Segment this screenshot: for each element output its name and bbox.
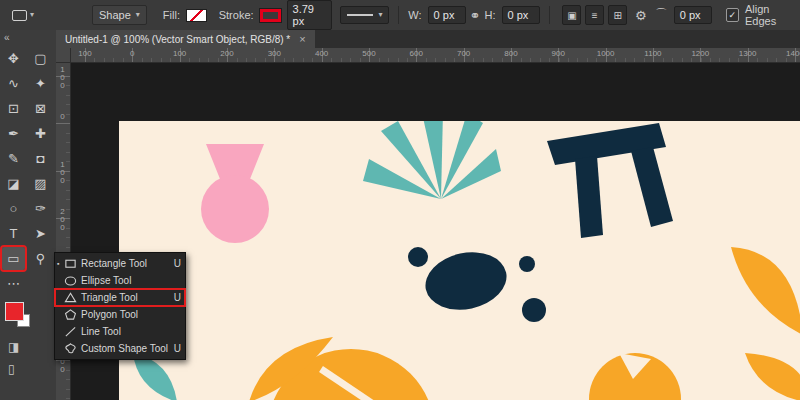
h-ruler-label: 1300	[731, 49, 765, 58]
h-ruler-label: 200	[210, 49, 244, 58]
h-ruler-label: 700	[447, 49, 481, 58]
separator	[398, 6, 399, 24]
clone-stamp-tool-icon[interactable]: ◘	[29, 147, 52, 170]
h-ruler-label: 1200	[683, 49, 717, 58]
gradient-tool-icon[interactable]: ▨	[29, 172, 52, 195]
shape-tool-icon[interactable]: ▭	[2, 247, 25, 270]
v-ruler-label: 0	[58, 112, 67, 120]
blur-tool-icon[interactable]: ○	[2, 197, 25, 220]
h-ruler-label: 300	[257, 49, 291, 58]
document-tab[interactable]: Untitled-1 @ 100% (Vector Smart Object, …	[56, 30, 315, 48]
zoom-tool-icon[interactable]: ⚲	[29, 247, 52, 270]
triangle-icon	[64, 291, 81, 304]
custom-shape-icon	[64, 342, 81, 355]
h-ruler-label: 900	[541, 49, 575, 58]
menu-item-rectangle-tool[interactable]: ▪Rectangle ToolU	[55, 255, 185, 272]
healing-brush-tool-icon[interactable]: ✚	[29, 122, 52, 145]
move-tool-icon[interactable]: ✥	[2, 47, 25, 70]
fill-swatch[interactable]	[186, 9, 207, 22]
rectangle-icon	[64, 257, 81, 270]
eyedropper-tool-icon[interactable]: ✒	[2, 122, 25, 145]
chevron-down-icon: ▾	[136, 11, 140, 19]
polygon-icon	[64, 308, 81, 321]
menu-item-polygon-tool[interactable]: Polygon Tool	[55, 306, 185, 323]
quick-mask-icon[interactable]: ◨	[8, 340, 19, 354]
canvas-artboard[interactable]	[119, 121, 800, 400]
menu-item-triangle-tool[interactable]: Triangle ToolU	[55, 289, 185, 306]
separator	[549, 6, 550, 24]
line-icon	[64, 325, 81, 338]
h-ruler-label: 100	[163, 49, 197, 58]
menu-item-ellipse-tool[interactable]: Ellipse Tool	[55, 272, 185, 289]
fill-label: Fill:	[163, 9, 180, 21]
foreground-color-swatch[interactable]	[5, 302, 24, 321]
h-ruler-label: 100	[68, 49, 102, 58]
pen-tool-icon[interactable]: ✑	[29, 197, 52, 220]
menu-item-shortcut: U	[171, 292, 181, 303]
screen-mode-icon[interactable]: ▯	[8, 362, 15, 376]
menu-item-label: Ellipse Tool	[81, 275, 171, 286]
h-ruler-label: 800	[494, 49, 528, 58]
align-edges-label: Align Edges	[745, 3, 800, 27]
horizontal-ruler: 1000100200300400500600700800900100011001…	[56, 48, 800, 63]
shape-tool-preset-icon	[12, 10, 27, 21]
options-bar: ▾ Shape ▾ Fill: Stroke: 3.79 px ▾ W: 0 p…	[0, 0, 800, 31]
close-tab-icon[interactable]: ×	[299, 33, 305, 45]
tab-bar: Untitled-1 @ 100% (Vector Smart Object, …	[56, 30, 800, 48]
gear-icon[interactable]: ⚙	[635, 8, 647, 23]
edit-toolbar-icon[interactable]: ⋯	[2, 272, 25, 295]
collapse-panel-button[interactable]: «	[0, 30, 56, 46]
menu-item-line-tool[interactable]: Line Tool	[55, 323, 185, 340]
corner-radius-icon: ⌒	[655, 6, 668, 24]
menu-item-label: Line Tool	[81, 326, 171, 337]
tool-mode-value: Shape	[99, 9, 131, 21]
marquee-tool-icon[interactable]: ▢	[29, 47, 52, 70]
corner-radius-field[interactable]: 0 px	[674, 6, 712, 24]
chevron-down-icon: ▾	[378, 11, 382, 19]
stroke-style-select[interactable]: ▾	[340, 6, 389, 24]
path-operations-button[interactable]: ▣	[562, 5, 581, 25]
tool-preset-button[interactable]: ▾	[8, 7, 38, 24]
lasso-tool-icon[interactable]: ∿	[2, 72, 25, 95]
stroke-label: Stroke:	[219, 9, 254, 21]
v-ruler-label: 100	[58, 65, 67, 89]
height-field[interactable]: 0 px	[502, 6, 540, 24]
path-selection-tool-icon[interactable]: ➤	[29, 222, 52, 245]
type-tool-icon[interactable]: T	[2, 222, 25, 245]
menu-item-label: Triangle Tool	[81, 292, 171, 303]
width-field[interactable]: 0 px	[428, 6, 466, 24]
crop-tool-icon[interactable]: ⊡	[2, 97, 25, 120]
brush-tool-icon[interactable]: ✎	[2, 147, 25, 170]
h-ruler-label: 1000	[589, 49, 623, 58]
menu-item-custom-shape-tool[interactable]: Custom Shape ToolU	[55, 340, 185, 357]
path-alignment-button[interactable]: ≡	[585, 5, 604, 25]
chevron-down-icon: ▾	[30, 11, 34, 19]
stroke-swatch[interactable]	[260, 9, 281, 22]
ellipse-icon	[64, 274, 81, 287]
menu-item-shortcut: U	[171, 258, 181, 269]
stroke-width-field[interactable]: 3.79 px	[287, 0, 333, 30]
h-ruler-label: 1100	[636, 49, 670, 58]
tools-panel: « ✥▢∿✦⊡⊠✒✚✎◘◪▨○✑T➤▭⚲⋯ ◨ ▯	[0, 30, 57, 400]
path-arrangement-button[interactable]: ⊞	[608, 5, 627, 25]
menu-item-label: Polygon Tool	[81, 309, 171, 320]
object-selection-tool-icon[interactable]: ✦	[29, 72, 52, 95]
color-swatches	[0, 300, 56, 336]
eraser-tool-icon[interactable]: ◪	[2, 172, 25, 195]
menu-item-shortcut: U	[171, 343, 181, 354]
link-dimensions-icon[interactable]: ⚭	[470, 8, 481, 23]
toolbar-footer: ◨ ▯	[0, 340, 56, 376]
current-tool-marker: ▪	[57, 260, 64, 267]
tools-grid: ✥▢∿✦⊡⊠✒✚✎◘◪▨○✑T➤▭⚲⋯	[0, 46, 56, 296]
h-ruler-label: 0	[115, 49, 149, 58]
menu-item-label: Rectangle Tool	[81, 258, 171, 269]
tool-mode-select[interactable]: Shape ▾	[92, 5, 147, 25]
shape-tools-flyout-menu: ▪Rectangle ToolUEllipse ToolTriangle Too…	[54, 252, 186, 360]
h-ruler-label: 1400	[778, 49, 800, 58]
tab-title: Untitled-1 @ 100% (Vector Smart Object, …	[65, 34, 290, 45]
align-edges-checkbox[interactable]: ✓	[726, 8, 739, 22]
h-ruler-label: 500	[352, 49, 386, 58]
height-label: H:	[485, 9, 496, 21]
menu-item-label: Custom Shape Tool	[81, 343, 171, 354]
frame-tool-icon[interactable]: ⊠	[29, 97, 52, 120]
